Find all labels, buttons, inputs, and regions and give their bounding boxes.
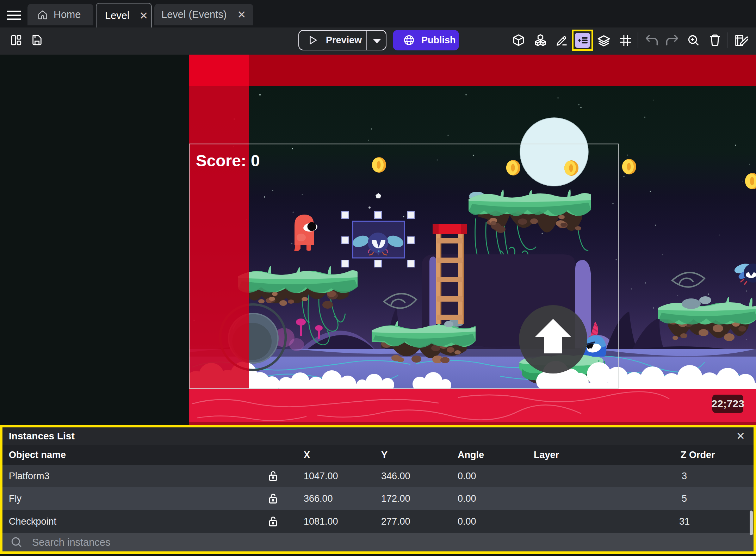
svg-text:22;723: 22;723 [711, 398, 744, 409]
svg-text:Score: 0: Score: 0 [196, 152, 260, 170]
